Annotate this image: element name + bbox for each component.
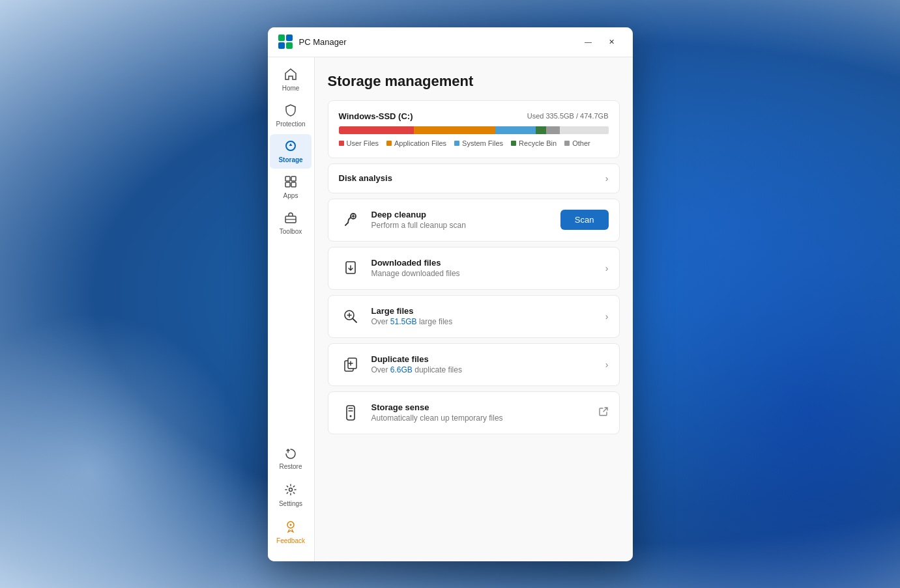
large-files-icon <box>341 307 360 326</box>
legend-label-app-files: Application Files <box>394 139 446 147</box>
legend-dot-app-files <box>386 141 392 146</box>
duplicate-files-subtitle: Over 6.6GB duplicate files <box>371 365 596 374</box>
main-layout: Home Protection Storage <box>268 57 633 561</box>
segment-user-files <box>339 126 414 134</box>
segment-free <box>560 126 609 134</box>
legend-label-user-files: User Files <box>347 139 379 147</box>
disk-analysis-chevron: › <box>605 173 609 184</box>
segment-other <box>546 126 560 134</box>
feedback-icon <box>284 520 297 535</box>
storage-sense-icon-wrap <box>339 401 362 425</box>
deep-cleanup-text: Deep cleanup Perform a full cleanup scan <box>371 210 551 230</box>
downloaded-files-text: Downloaded files Manage downloaded files <box>371 258 596 278</box>
legend-user-files: User Files <box>339 139 379 147</box>
sidebar-item-apps[interactable]: Apps <box>270 170 312 204</box>
large-files-icon-wrap <box>339 305 362 328</box>
svg-rect-5 <box>291 176 296 181</box>
downloaded-files-title: Downloaded files <box>371 258 596 268</box>
duplicate-files-chevron: › <box>605 359 609 370</box>
sidebar-item-settings[interactable]: Settings <box>270 478 312 512</box>
storage-sense-subtitle: Automatically clean up temporary files <box>371 413 589 423</box>
disk-analysis-label: Disk analysis <box>339 173 392 183</box>
large-files-card[interactable]: Large files Over 51.5GB large files › <box>328 295 620 338</box>
window-title: PC Manager <box>299 37 578 47</box>
drive-name: Windows-SSD (C:) <box>339 111 413 121</box>
deep-cleanup-subtitle: Perform a full cleanup scan <box>371 221 551 230</box>
restore-icon <box>284 446 297 461</box>
duplicate-files-card[interactable]: Duplicate files Over 6.6GB duplicate fil… <box>328 343 620 386</box>
sidebar-item-home[interactable]: Home <box>270 63 312 97</box>
sidebar-toolbox-label: Toolbox <box>280 228 302 235</box>
large-files-text: Large files Over 51.5GB large files <box>371 306 596 326</box>
svg-rect-3 <box>286 42 293 49</box>
legend-other: Other <box>564 139 590 147</box>
svg-rect-4 <box>285 176 290 181</box>
svg-rect-2 <box>278 42 285 49</box>
title-bar: PC Manager — ✕ <box>268 27 633 57</box>
svg-rect-1 <box>286 35 293 41</box>
sidebar-item-protection[interactable]: Protection <box>270 98 312 133</box>
sidebar-item-feedback[interactable]: Feedback <box>270 515 312 550</box>
scan-button[interactable]: Scan <box>560 210 609 230</box>
home-icon <box>284 68 297 83</box>
close-button[interactable]: ✕ <box>602 34 622 49</box>
settings-icon <box>284 483 297 498</box>
deep-cleanup-card: Deep cleanup Perform a full cleanup scan… <box>328 199 620 242</box>
disk-analysis-row[interactable]: Disk analysis › <box>328 163 620 193</box>
sidebar-item-toolbox[interactable]: Toolbox <box>270 206 312 240</box>
legend-recycle-bin: Recycle Bin <box>511 139 557 147</box>
sidebar-protection-label: Protection <box>276 120 305 128</box>
toolbox-icon <box>284 211 297 226</box>
segment-app-files <box>414 126 495 134</box>
window-controls: — ✕ <box>578 34 622 49</box>
page-title: Storage management <box>328 73 620 90</box>
downloaded-files-subtitle: Manage downloaded files <box>371 269 596 278</box>
storage-used-label: Used 335.5GB / 474.7GB <box>527 112 609 120</box>
svg-rect-6 <box>285 182 290 187</box>
protection-icon <box>284 104 297 119</box>
storage-card: Windows-SSD (C:) Used 335.5GB / 474.7GB … <box>328 100 620 158</box>
downloaded-files-icon-wrap <box>339 257 362 280</box>
large-files-title: Large files <box>371 306 596 316</box>
svg-rect-7 <box>291 182 296 187</box>
sidebar-home-label: Home <box>282 85 300 92</box>
large-files-subtitle: Over 51.5GB large files <box>371 317 596 326</box>
storage-icon <box>284 139 297 154</box>
duplicate-files-title: Duplicate files <box>371 354 596 364</box>
storage-legend: User Files Application Files System File… <box>339 139 609 147</box>
sidebar-settings-label: Settings <box>279 500 302 507</box>
deep-cleanup-title: Deep cleanup <box>371 210 551 219</box>
svg-point-10 <box>289 488 293 491</box>
sidebar-item-restore[interactable]: Restore <box>270 441 312 475</box>
apps-icon <box>284 175 297 190</box>
sidebar-item-storage[interactable]: Storage <box>270 134 312 169</box>
storage-sense-text: Storage sense Automatically clean up tem… <box>371 402 589 423</box>
downloaded-files-card[interactable]: Downloaded files Manage downloaded files… <box>328 247 620 290</box>
content-area: Storage management Windows-SSD (C:) Used… <box>315 57 633 561</box>
duplicate-files-text: Duplicate files Over 6.6GB duplicate fil… <box>371 354 596 374</box>
sidebar-feedback-label: Feedback <box>276 537 305 544</box>
sidebar-restore-label: Restore <box>279 463 302 470</box>
sidebar-bottom: Restore Settings <box>270 441 312 556</box>
legend-dot-recycle-bin <box>511 141 516 146</box>
storage-sense-card[interactable]: Storage sense Automatically clean up tem… <box>328 391 620 434</box>
legend-app-files: Application Files <box>386 139 446 147</box>
sidebar: Home Protection Storage <box>268 57 315 561</box>
duplicate-files-icon-wrap <box>339 353 362 376</box>
downloaded-files-icon <box>341 259 360 277</box>
svg-rect-18 <box>347 406 355 420</box>
legend-dot-system-files <box>454 141 459 146</box>
legend-label-system-files: System Files <box>462 139 503 147</box>
deep-cleanup-icon-wrap <box>339 208 362 232</box>
duplicate-files-icon <box>341 356 360 374</box>
app-window: PC Manager — ✕ Home Protection <box>268 27 633 561</box>
svg-rect-0 <box>278 35 285 41</box>
large-files-chevron: › <box>605 311 609 322</box>
legend-dot-user-files <box>339 141 344 146</box>
storage-sense-external-icon <box>598 406 609 419</box>
legend-system-files: System Files <box>454 139 503 147</box>
storage-sense-title: Storage sense <box>371 402 589 412</box>
segment-recycle-bin <box>536 126 547 134</box>
minimize-button[interactable]: — <box>578 34 599 49</box>
legend-dot-other <box>564 141 570 146</box>
